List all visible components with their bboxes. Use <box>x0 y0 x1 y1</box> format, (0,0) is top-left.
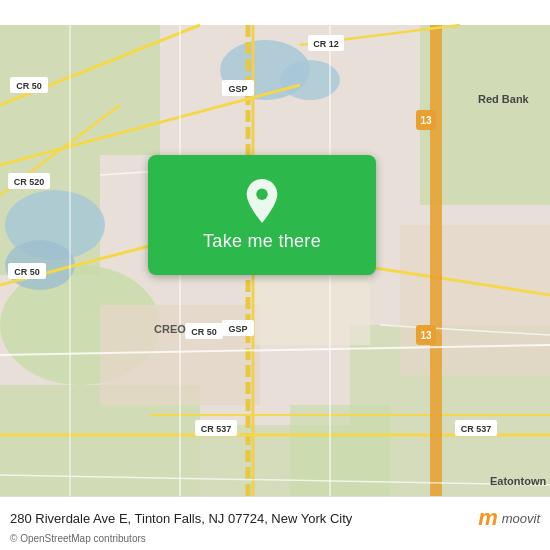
svg-text:CR 50: CR 50 <box>16 81 42 91</box>
moovit-name: moovit <box>502 511 540 526</box>
take-me-there-button[interactable]: Take me there <box>148 155 376 275</box>
svg-text:CR 537: CR 537 <box>461 424 492 434</box>
svg-rect-26 <box>430 25 442 525</box>
location-pin-icon <box>244 179 280 223</box>
svg-text:13: 13 <box>420 330 432 341</box>
take-me-there-label: Take me there <box>203 231 321 252</box>
svg-text:Red Bank: Red Bank <box>478 93 530 105</box>
svg-point-61 <box>256 188 267 199</box>
svg-text:GSP: GSP <box>228 84 247 94</box>
svg-text:GSP: GSP <box>228 324 247 334</box>
svg-text:CR 50: CR 50 <box>14 267 40 277</box>
svg-text:CR 537: CR 537 <box>201 424 232 434</box>
bottom-bar: 280 Riverdale Ave E, Tinton Falls, NJ 07… <box>0 496 550 550</box>
svg-text:13: 13 <box>420 115 432 126</box>
moovit-m-icon: m <box>478 505 498 531</box>
map-background: CR 50 CR 520 CR 50 CR 50 GSP GSP 13 13 C… <box>0 0 550 550</box>
svg-text:CREO: CREO <box>154 323 186 335</box>
svg-rect-10 <box>400 225 550 375</box>
svg-text:CR 12: CR 12 <box>313 39 339 49</box>
svg-text:CR 520: CR 520 <box>14 177 45 187</box>
moovit-logo: m moovit <box>478 505 540 531</box>
address-text: 280 Riverdale Ave E, Tinton Falls, NJ 07… <box>10 511 352 526</box>
address-line: 280 Riverdale Ave E, Tinton Falls, NJ 07… <box>10 505 540 531</box>
svg-point-13 <box>280 60 340 100</box>
svg-text:CR 50: CR 50 <box>191 327 217 337</box>
osm-credit: © OpenStreetMap contributors <box>10 533 540 544</box>
map-container: CR 50 CR 520 CR 50 CR 50 GSP GSP 13 13 C… <box>0 0 550 550</box>
svg-text:Eatontown: Eatontown <box>490 475 546 487</box>
